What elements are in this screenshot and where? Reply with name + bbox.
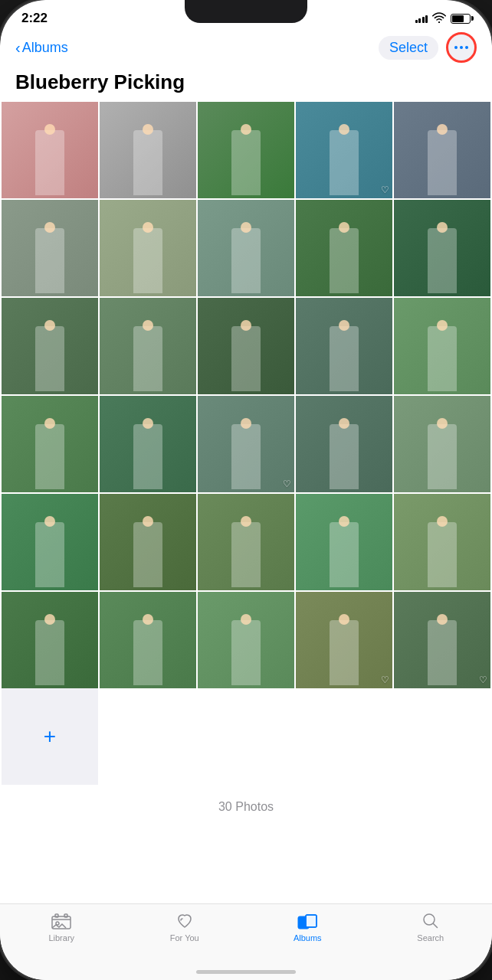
figure-body xyxy=(133,424,162,489)
figure-body xyxy=(428,620,457,685)
heart-icon: ♡ xyxy=(283,479,291,489)
tab-library[interactable]: Library xyxy=(0,912,123,942)
photo-cell-9[interactable] xyxy=(296,200,392,296)
photo-cell-29[interactable]: ♡ xyxy=(296,592,392,688)
select-button[interactable]: Select xyxy=(379,36,438,60)
figure-head xyxy=(339,418,349,429)
photo-cell-6[interactable] xyxy=(2,200,98,296)
photo-cell-19[interactable] xyxy=(296,396,392,492)
figure-head xyxy=(339,124,349,135)
tab-albums[interactable]: Albums xyxy=(246,912,369,942)
photo-cell-20[interactable] xyxy=(394,396,490,492)
photo-figure xyxy=(394,592,490,688)
figure-body xyxy=(330,424,359,489)
figure-body xyxy=(428,522,457,587)
tab-for-you[interactable]: For You xyxy=(123,912,247,942)
photo-cell-8[interactable] xyxy=(198,200,294,296)
figure-head xyxy=(339,320,349,331)
photo-cell-3[interactable] xyxy=(198,102,294,198)
albums-icon xyxy=(297,912,318,930)
figure-body xyxy=(133,130,162,195)
photo-cell-24[interactable] xyxy=(296,494,392,590)
phone-frame: 2:22 xyxy=(0,0,492,980)
nav-actions: Select xyxy=(379,32,477,63)
photo-grid: ♡ xyxy=(0,102,492,688)
figure-head xyxy=(44,124,55,135)
photo-cell-22[interactable] xyxy=(100,494,196,590)
photo-figure xyxy=(100,592,196,688)
figure-head xyxy=(143,124,153,135)
albums-label: Albums xyxy=(294,933,322,942)
album-title: Blueberry Picking xyxy=(0,69,492,102)
main-content[interactable]: ‹ Albums Select Blueberry Picking xyxy=(0,29,492,946)
figure-head xyxy=(143,418,153,429)
photo-figure xyxy=(394,396,490,492)
figure-head xyxy=(241,516,251,527)
photo-cell-10[interactable] xyxy=(394,200,490,296)
svg-rect-2 xyxy=(55,914,58,917)
photo-cell-1[interactable] xyxy=(2,102,98,198)
add-photo-button[interactable]: + xyxy=(2,688,98,785)
empty-cell-3 xyxy=(296,688,392,785)
photo-cell-18[interactable]: ♡ xyxy=(198,396,294,492)
photo-cell-15[interactable] xyxy=(394,298,490,394)
photo-cell-4[interactable]: ♡ xyxy=(296,102,392,198)
figure-body xyxy=(330,620,359,685)
figure-body xyxy=(231,130,261,195)
photo-cell-16[interactable] xyxy=(2,396,98,492)
tab-search[interactable]: Search xyxy=(369,912,493,942)
photo-cell-28[interactable] xyxy=(198,592,294,688)
back-label: Albums xyxy=(22,40,68,56)
photo-cell-2[interactable] xyxy=(100,102,196,198)
figure-head xyxy=(339,614,349,625)
photo-cell-25[interactable] xyxy=(394,494,490,590)
figure-body xyxy=(231,522,261,587)
photo-cell-14[interactable] xyxy=(296,298,392,394)
photo-cell-27[interactable] xyxy=(100,592,196,688)
photo-cell-12[interactable] xyxy=(100,298,196,394)
photo-cell-21[interactable] xyxy=(2,494,98,590)
figure-head xyxy=(143,222,153,233)
figure-body xyxy=(231,326,261,391)
plus-icon: + xyxy=(44,724,56,749)
figure-head xyxy=(241,614,251,625)
library-icon xyxy=(51,912,72,930)
back-button[interactable]: ‹ Albums xyxy=(15,39,68,57)
photo-figure xyxy=(100,200,196,296)
figure-head xyxy=(143,320,153,331)
wifi-icon xyxy=(432,12,446,25)
photo-cell-23[interactable] xyxy=(198,494,294,590)
photo-figure xyxy=(198,200,294,296)
svg-point-0 xyxy=(438,21,440,22)
photo-cell-5[interactable] xyxy=(394,102,490,198)
figure-body xyxy=(330,228,359,293)
photo-cell-30[interactable]: ♡ xyxy=(394,592,490,688)
photo-figure xyxy=(296,102,392,198)
photo-cell-7[interactable] xyxy=(100,200,196,296)
figure-head xyxy=(143,516,153,527)
photo-cell-11[interactable] xyxy=(2,298,98,394)
more-button[interactable] xyxy=(446,32,477,63)
photo-figure xyxy=(100,494,196,590)
photo-cell-26[interactable] xyxy=(2,592,98,688)
figure-body xyxy=(133,522,162,587)
status-icons xyxy=(415,12,471,25)
photo-figure xyxy=(296,298,392,394)
svg-rect-8 xyxy=(306,915,317,927)
photo-figure xyxy=(100,102,196,198)
photo-cell-13[interactable] xyxy=(198,298,294,394)
photo-figure xyxy=(394,298,490,394)
photo-figure xyxy=(198,494,294,590)
figure-body xyxy=(428,326,457,391)
empty-cell-4 xyxy=(394,688,490,785)
notch xyxy=(185,0,307,23)
status-time: 2:22 xyxy=(21,11,48,26)
search-label: Search xyxy=(417,933,444,942)
more-button-inner xyxy=(454,46,468,49)
empty-cell-2 xyxy=(198,688,294,785)
photo-figure xyxy=(198,592,294,688)
photo-figure xyxy=(296,592,392,688)
photo-cell-17[interactable] xyxy=(100,396,196,492)
figure-body xyxy=(428,424,457,489)
figure-body xyxy=(35,522,64,587)
